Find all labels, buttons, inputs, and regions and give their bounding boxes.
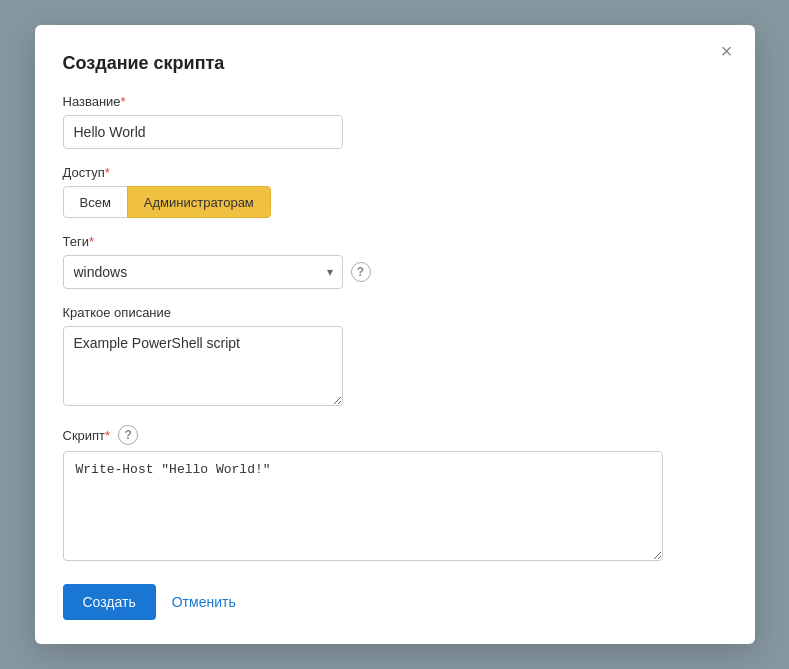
tags-select-wrap: windows linux macos ▾	[63, 255, 343, 289]
tags-select[interactable]: windows linux macos	[63, 255, 343, 289]
modal-footer: Создать Отменить	[63, 584, 727, 620]
access-toggle-all[interactable]: Всем	[63, 186, 128, 218]
create-button[interactable]: Создать	[63, 584, 156, 620]
tags-field-group: Теги* windows linux macos ▾ ?	[63, 234, 727, 289]
cancel-button[interactable]: Отменить	[172, 594, 236, 610]
access-field-group: Доступ* Всем Администраторам	[63, 165, 727, 218]
desc-label: Краткое описание	[63, 305, 727, 320]
desc-field-group: Краткое описание Example PowerShell scri…	[63, 305, 727, 409]
desc-input[interactable]: Example PowerShell script	[63, 326, 343, 406]
script-label-row: Скрипт* ?	[63, 425, 727, 445]
script-label: Скрипт*	[63, 428, 111, 443]
name-label: Название*	[63, 94, 727, 109]
access-label: Доступ*	[63, 165, 727, 180]
tags-label: Теги*	[63, 234, 727, 249]
script-field-group: Скрипт* ? Write-Host "Hello World!"	[63, 425, 727, 564]
modal-title: Создание скрипта	[63, 53, 727, 74]
script-help-icon: ?	[118, 425, 138, 445]
modal-backdrop: × Создание скрипта Название* Доступ* Все…	[0, 0, 789, 669]
tags-help-icon: ?	[351, 262, 371, 282]
script-input[interactable]: Write-Host "Hello World!"	[63, 451, 663, 561]
access-toggle-group: Всем Администраторам	[63, 186, 727, 218]
modal-dialog: × Создание скрипта Название* Доступ* Все…	[35, 25, 755, 644]
name-field-group: Название*	[63, 94, 727, 149]
close-button[interactable]: ×	[715, 39, 739, 63]
access-toggle-admins[interactable]: Администраторам	[127, 186, 271, 218]
tags-row: windows linux macos ▾ ?	[63, 255, 727, 289]
name-input[interactable]	[63, 115, 343, 149]
